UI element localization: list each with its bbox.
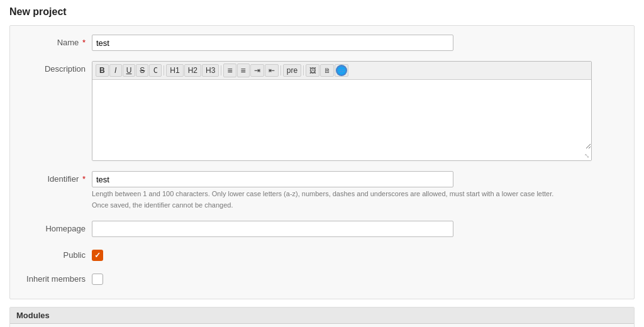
description-row: Description B I U S C H1 H2 H3 ≡ ≡ ⇥ bbox=[10, 58, 634, 164]
page-title: New project bbox=[9, 6, 635, 18]
public-row: Public bbox=[10, 245, 634, 263]
bold-button[interactable]: B bbox=[96, 64, 109, 77]
modules-section: Modules Issue tracking Time tracking New… bbox=[9, 307, 635, 327]
name-row: Name * bbox=[10, 32, 634, 53]
description-textarea[interactable] bbox=[92, 80, 591, 149]
ol-button[interactable]: ≡ bbox=[237, 64, 250, 77]
toolbar-separator-1 bbox=[164, 65, 164, 75]
inherit-members-row: Inherit members bbox=[10, 269, 634, 287]
description-label: Description bbox=[16, 61, 92, 74]
modules-header: Modules bbox=[10, 308, 634, 324]
code-button[interactable]: C bbox=[149, 64, 162, 77]
toolbar-separator-3 bbox=[280, 65, 281, 75]
homepage-input[interactable] bbox=[92, 221, 453, 237]
h2-button[interactable]: H2 bbox=[184, 64, 201, 77]
h1-button[interactable]: H1 bbox=[166, 64, 183, 77]
toolbar-separator-4 bbox=[303, 65, 304, 75]
identifier-label: Identifier * bbox=[16, 171, 92, 184]
pre-button[interactable]: pre bbox=[283, 64, 301, 77]
underline-button[interactable]: U bbox=[123, 64, 136, 77]
modules-grid: Issue tracking Time tracking News Docume… bbox=[10, 324, 634, 327]
indent-button[interactable]: ⇥ bbox=[250, 64, 264, 77]
resize-handle: ⤡ bbox=[92, 151, 591, 160]
public-label: Public bbox=[16, 247, 92, 260]
description-editor: B I U S C H1 H2 H3 ≡ ≡ ⇥ ⇤ pre bbox=[92, 61, 592, 161]
new-project-form: Name * Description B I U S C H1 H2 H3 bbox=[9, 25, 635, 299]
h3-button[interactable]: H3 bbox=[202, 64, 219, 77]
italic-button[interactable]: I bbox=[109, 64, 122, 77]
homepage-row: Homepage bbox=[10, 218, 634, 240]
toolbar-separator-2 bbox=[221, 65, 221, 75]
identifier-input[interactable] bbox=[92, 171, 453, 187]
homepage-label: Homepage bbox=[16, 221, 92, 233]
outdent-button[interactable]: ⇤ bbox=[265, 64, 279, 77]
identifier-hint: Length between 1 and 100 characters. Onl… bbox=[92, 189, 628, 199]
identifier-hint2: Once saved, the identifier cannot be cha… bbox=[92, 201, 628, 210]
inherit-members-label: Inherit members bbox=[16, 271, 92, 284]
name-input[interactable] bbox=[92, 35, 453, 51]
strikethrough-button[interactable]: S bbox=[136, 64, 148, 77]
public-checkbox[interactable] bbox=[92, 250, 103, 261]
link-button[interactable]: 🌐 bbox=[335, 64, 348, 77]
globe-icon: 🌐 bbox=[336, 65, 347, 76]
name-label: Name * bbox=[16, 35, 92, 47]
image-button[interactable]: 🖼 bbox=[306, 64, 319, 77]
identifier-row: Identifier * Length between 1 and 100 ch… bbox=[10, 169, 634, 213]
inherit-members-checkbox[interactable] bbox=[92, 274, 103, 285]
file-button[interactable]: 🗎 bbox=[320, 64, 334, 77]
editor-toolbar: B I U S C H1 H2 H3 ≡ ≡ ⇥ ⇤ pre bbox=[92, 62, 591, 80]
ul-button[interactable]: ≡ bbox=[223, 64, 236, 77]
